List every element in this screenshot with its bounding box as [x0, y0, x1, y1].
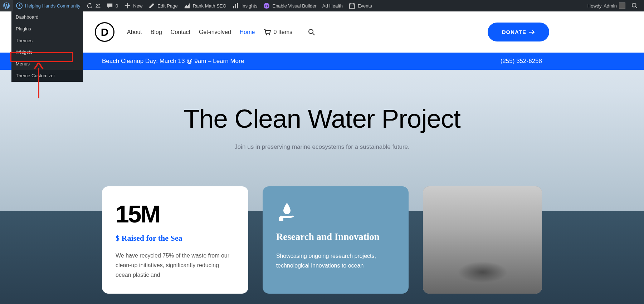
ad-health-label: Ad Health	[322, 3, 343, 9]
new-label: New	[133, 3, 142, 9]
svg-point-10	[309, 29, 313, 34]
svg-rect-2	[235, 4, 236, 9]
events-label: Events	[358, 3, 372, 9]
dropdown-widgets[interactable]: Widgets	[11, 46, 83, 58]
pencil-icon	[148, 2, 155, 9]
my-account-link[interactable]: Howdy, Admin	[585, 0, 628, 11]
svg-point-8	[266, 34, 267, 35]
dropdown-themes[interactable]: Themes	[11, 35, 83, 47]
ad-health-link[interactable]: Ad Health	[319, 0, 346, 11]
donate-label: DONATE	[502, 29, 526, 35]
updates-link[interactable]: 22	[83, 0, 103, 11]
research-body: Showcasing ongoing research projects, te…	[276, 251, 395, 270]
comments-link[interactable]: 0	[103, 0, 121, 11]
updates-count: 22	[96, 3, 101, 9]
adminbar-search[interactable]	[628, 0, 641, 11]
events-link[interactable]: Events	[346, 0, 375, 11]
howdy-text: Howdy, Admin	[587, 3, 617, 9]
calendar-icon	[348, 2, 356, 9]
bars-icon	[232, 2, 239, 9]
dropdown-dashboard[interactable]: Dashboard	[11, 11, 83, 23]
donate-button[interactable]: DONATE	[488, 23, 549, 41]
cart-count: 0 Items	[274, 29, 292, 35]
hero-subtitle: Join us in preserving marine ecosystems …	[0, 143, 644, 151]
search-icon	[631, 2, 638, 9]
svg-point-7	[632, 3, 636, 7]
stat-body: We have recycled 75% of the waste from o…	[116, 251, 235, 280]
stat-label: $ Raised for the Sea	[116, 234, 235, 243]
comments-icon	[106, 2, 113, 9]
phone-number: (255) 352-6258	[501, 58, 542, 65]
stat-value: 15M	[116, 200, 235, 228]
divi-icon: D	[263, 2, 270, 9]
visual-builder-link[interactable]: D Enable Visual Builder	[260, 0, 319, 11]
edit-page-label: Edit Page	[157, 3, 177, 9]
hero-section: The Clean Water Project Join us in prese…	[0, 70, 644, 151]
announcement-bar: Beach Cleanup Day: March 13 @ 9am – Lear…	[0, 53, 644, 70]
arrow-right-icon	[529, 30, 535, 34]
rank-math-label: Rank Math SEO	[193, 3, 226, 9]
dashboard-icon	[16, 2, 23, 9]
cart-link[interactable]: 0 Items	[264, 29, 292, 35]
new-content-link[interactable]: New	[121, 0, 145, 11]
announcement-text: Beach Cleanup Day: March 13 @ 9am – Lear…	[102, 58, 244, 65]
site-header: D About Blog Contact Get-involved Home 0…	[0, 11, 644, 53]
site-dropdown-menu: Dashboard Plugins Themes Widgets Menus T…	[11, 11, 83, 82]
image-card	[423, 186, 542, 294]
updates-icon	[86, 2, 93, 9]
site-name-text: Helping Hands Community	[25, 3, 80, 9]
nav-get-involved[interactable]: Get-involved	[199, 29, 231, 35]
svg-rect-3	[237, 3, 238, 8]
insights-label: Insights	[241, 3, 258, 9]
svg-rect-6	[350, 4, 355, 9]
feature-cards: 15M $ Raised for the Sea We have recycle…	[95, 186, 549, 294]
nav-about[interactable]: About	[127, 29, 142, 35]
stat-card: 15M $ Raised for the Sea We have recycle…	[102, 186, 248, 294]
svg-text:D: D	[265, 4, 268, 8]
rank-math-link[interactable]: Rank Math SEO	[181, 0, 229, 11]
site-name-link[interactable]: Helping Hands Community	[13, 0, 83, 11]
avatar-icon	[619, 3, 625, 9]
plus-icon	[124, 2, 131, 9]
svg-point-9	[269, 34, 270, 35]
wp-admin-bar: Helping Hands Community 22 0 New Edit Pa…	[0, 0, 644, 11]
announcement-link[interactable]: Learn More	[213, 58, 244, 64]
hero-title: The Clean Water Project	[0, 104, 644, 133]
insights-link[interactable]: Insights	[229, 0, 260, 11]
research-card: Research and Innovation Showcasing ongoi…	[263, 186, 409, 294]
research-title: Research and Innovation	[276, 231, 395, 243]
visual-builder-label: Enable Visual Builder	[272, 3, 316, 9]
edit-page-link[interactable]: Edit Page	[145, 0, 180, 11]
svg-rect-1	[233, 6, 234, 8]
nav-home[interactable]: Home	[240, 29, 255, 35]
chart-icon	[184, 2, 191, 9]
nav-blog[interactable]: Blog	[151, 29, 162, 35]
cart-icon	[264, 29, 271, 35]
dropdown-theme-customizer[interactable]: Theme Customizer	[11, 70, 83, 82]
wp-logo[interactable]	[0, 0, 13, 11]
dropdown-menus[interactable]: Menus	[11, 58, 83, 70]
nav-search-icon[interactable]	[308, 29, 315, 36]
site-logo[interactable]: D	[95, 22, 114, 42]
water-drop-icon	[276, 200, 298, 221]
nav-contact[interactable]: Contact	[171, 29, 190, 35]
beach-photo	[423, 186, 542, 294]
comments-count: 0	[116, 3, 118, 9]
primary-nav: About Blog Contact Get-involved Home 0 I…	[127, 29, 315, 36]
dropdown-plugins[interactable]: Plugins	[11, 23, 83, 35]
wordpress-icon	[3, 2, 10, 9]
